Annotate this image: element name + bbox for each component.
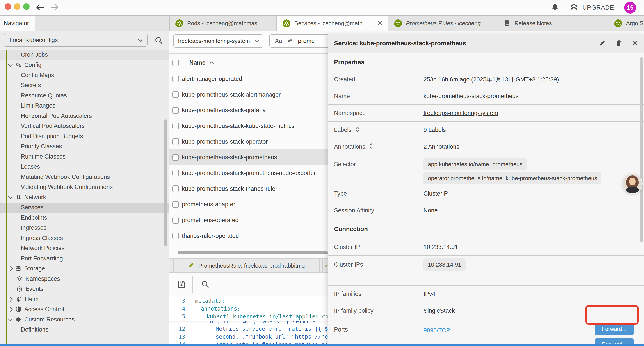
sidebar-item-network-policies[interactable]: Network Policies [0, 243, 169, 254]
sidebar-scrollbar[interactable] [164, 119, 167, 246]
notifications-bell-icon[interactable] [551, 3, 559, 12]
editor-tab-partial[interactable] [322, 259, 328, 272]
sidebar-item-secrets[interactable]: Secrets [0, 80, 169, 91]
editor-tab-prometheusrule[interactable]: PrometheusRule: freeleaps-prod-rabbitmq [173, 259, 320, 272]
sidebar-item-limit-ranges[interactable]: Limit Ranges [0, 101, 169, 111]
row-checkbox[interactable] [172, 123, 179, 129]
match-case-toggle[interactable]: Aa [275, 38, 282, 44]
yaml-editor[interactable]: 3metadata:4annotations:5kubectl.kubernet… [169, 296, 328, 344]
regex-toggle[interactable]: ▪* [288, 38, 292, 44]
table-row-prometheus-operated[interactable]: prometheus-operated [169, 212, 328, 228]
sidebar-item-services[interactable]: Services [0, 203, 169, 213]
tab-pods-icecheng-mathmas[interactable]: Pods - icecheng@mathmas... [170, 16, 277, 31]
chevron-right-icon[interactable] [8, 297, 13, 302]
port-link[interactable]: 9090/TCP [424, 327, 450, 334]
sidebar-item-config-maps[interactable]: Config Maps [0, 70, 169, 80]
edit-pencil-icon[interactable] [599, 39, 606, 47]
kubeconfig-selector[interactable]: Local Kubeconfigs [4, 33, 148, 47]
sidebar-item-storage[interactable]: Storage [0, 264, 169, 274]
chevron-down-icon[interactable] [8, 317, 13, 321]
sidebar-item-vertical-pod-autoscalers[interactable]: Vertical Pod Autoscalers [0, 121, 169, 131]
chevron-right-icon[interactable] [8, 307, 13, 312]
table-row-thanos-ruler-operated[interactable]: thanos-ruler-operated [169, 228, 328, 244]
row-checkbox[interactable] [172, 138, 179, 145]
tab-services-icecheng-math[interactable]: Services - icecheng@math...✕ [277, 16, 388, 31]
save-icon[interactable] [177, 280, 186, 290]
forward-button[interactable]: Forward... [595, 323, 634, 335]
sidebar-item-resource-quotas[interactable]: Resource Quotas [0, 90, 169, 101]
drawer-scrollbar[interactable] [640, 57, 643, 242]
list-search-input[interactable]: Aa ▪* prome [269, 34, 328, 47]
select-all-checkbox[interactable] [172, 59, 179, 66]
editor-search-icon[interactable] [201, 280, 210, 290]
sort-toggle-icon[interactable] [369, 143, 374, 151]
close-window-button[interactable] [4, 3, 11, 10]
upgrade-button[interactable]: UPGRADE [569, 2, 614, 13]
sidebar-item-port-forwarding[interactable]: Port Forwarding [0, 253, 169, 264]
sort-toggle-icon[interactable] [355, 126, 360, 134]
delete-trash-icon[interactable] [616, 39, 622, 47]
sidebar-item-priority-classes[interactable]: Priority Classes [0, 141, 169, 152]
row-checkbox[interactable] [172, 217, 179, 224]
database-icon [15, 265, 22, 272]
table-row-kube-prometheus-stack-prometheus[interactable]: kube-prometheus-stack-prometheus [169, 150, 328, 165]
table-row-kube-prometheus-stack-grafana[interactable]: kube-prometheus-stack-grafana [169, 102, 328, 118]
close-tab-icon[interactable]: ✕ [377, 20, 383, 26]
row-checkbox[interactable] [172, 107, 179, 114]
chevron-right-icon[interactable] [8, 266, 13, 271]
tab-prometheus-rules-icecheng[interactable]: Prometheus Rules - icecheng... [388, 16, 498, 31]
row-checkbox[interactable] [172, 154, 179, 161]
minimize-window-button[interactable] [14, 3, 20, 10]
row-checkbox[interactable] [172, 91, 179, 98]
chevron-down-icon[interactable] [8, 194, 13, 199]
sidebar-item-validating-webhook-configurations[interactable]: Validating Webhook Configurations [0, 182, 169, 193]
row-checkbox[interactable] [172, 170, 179, 176]
table-row-kube-prometheus-stack-thanos-ruler[interactable]: kube-prometheus-stack-thanos-ruler [169, 181, 328, 197]
maximize-window-button[interactable] [23, 3, 30, 10]
row-checkbox[interactable] [172, 233, 179, 239]
sidebar-item-cron-jobs[interactable]: Cron Jobs [0, 50, 169, 60]
code-link[interactable]: https://net [295, 334, 328, 340]
sidebar-search-icon[interactable] [154, 36, 163, 45]
sidebar-item-mutating-webhook-configurations[interactable]: Mutating Webhook Configurations [0, 172, 169, 182]
sidebar-item-events[interactable]: Events [0, 284, 169, 294]
name-column-header[interactable]: Name [190, 59, 213, 66]
table-row-kube-prometheus-stack-prometheus-node-exporter[interactable]: kube-prometheus-stack-prometheus-node-ex… [169, 165, 328, 181]
namespace-link[interactable]: freeleaps-monitoring-system [424, 110, 498, 116]
sidebar-item-definitions[interactable]: Definitions [0, 325, 169, 335]
notification-count-badge[interactable]: 15 [624, 2, 636, 13]
close-drawer-icon[interactable]: ✕ [632, 39, 638, 47]
table-row-kube-prometheus-stack-alertmanager[interactable]: kube-prometheus-stack-alertmanager [169, 87, 328, 103]
table-row-kube-prometheus-stack-operator[interactable]: kube-prometheus-stack-operator [169, 134, 328, 150]
user-avatar[interactable] [622, 173, 643, 194]
table-row-alertmanager-operated[interactable]: alertmanager-operated [169, 71, 328, 87]
sidebar-item-custom-resources[interactable]: Custom Resources [0, 315, 169, 325]
sidebar-item-horizontal-pod-autoscalers[interactable]: Horizontal Pod Autoscalers [0, 111, 169, 121]
sidebar-item-access-control[interactable]: Access Control [0, 304, 169, 315]
back-button[interactable] [35, 2, 45, 13]
sidebar-item-ingresses[interactable]: Ingresses [0, 223, 169, 233]
sidebar-item-runtime-classes[interactable]: Runtime Classes [0, 152, 169, 162]
table-row-prometheus-adapter[interactable]: prometheus-adapter [169, 197, 328, 213]
sidebar-item-namespaces[interactable]: Namespaces [0, 274, 169, 284]
row-checkbox[interactable] [172, 201, 179, 208]
sidebar-item-network[interactable]: Network [0, 192, 169, 203]
sidebar-item-label: Port Forwarding [21, 255, 63, 262]
tab-label: Pods - icecheng@mathmas... [187, 20, 262, 27]
tab-release-notes[interactable]: Release Notes [498, 16, 608, 31]
sidebar-item-helm[interactable]: Helm [0, 294, 169, 304]
namespace-filter-select[interactable]: freeleaps-monitoring-system [173, 34, 264, 47]
sidebar-item-ingress-classes[interactable]: Ingress Classes [0, 233, 169, 243]
forward-button[interactable] [50, 2, 60, 13]
row-checkbox[interactable] [172, 75, 179, 82]
sidebar-item-endpoints[interactable]: Endpoints [0, 213, 169, 223]
list-horizontal-scrollbar[interactable] [178, 251, 328, 254]
table-row-kube-prometheus-stack-kube-state-metrics[interactable]: kube-prometheus-stack-kube-state-metrics [169, 118, 328, 134]
sidebar-item-config[interactable]: Config [0, 60, 169, 70]
sidebar-item-leases[interactable]: Leases [0, 162, 169, 172]
chevron-down-icon[interactable] [8, 62, 13, 66]
navigator-panel-tab[interactable]: Navigator [0, 16, 35, 31]
tab-argo-se[interactable]: Argo Se [608, 16, 644, 31]
sidebar-item-pod-disruption-budgets[interactable]: Pod Disruption Budgets [0, 131, 169, 141]
row-checkbox[interactable] [172, 185, 179, 192]
